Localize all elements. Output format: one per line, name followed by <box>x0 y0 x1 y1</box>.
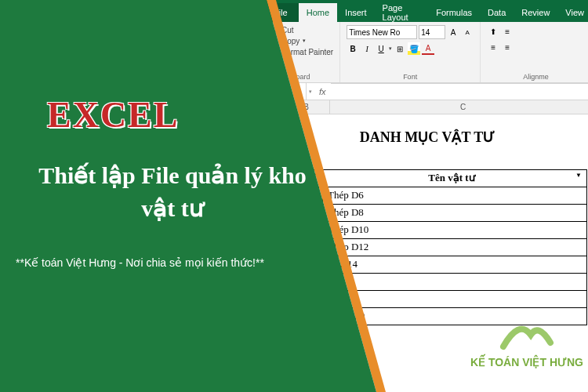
chevron-down-icon: ▾ <box>303 38 306 44</box>
align-top-button[interactable]: ⬆ <box>487 25 499 38</box>
border-button[interactable]: ⊞ <box>394 42 406 55</box>
logo-icon <box>495 315 558 354</box>
tab-review[interactable]: Review <box>514 3 557 22</box>
promo-subtitle: Thiết lập File quản lý kho vật tư <box>31 159 314 225</box>
formula-input[interactable] <box>331 83 588 100</box>
font-group-label: Font <box>347 73 474 81</box>
alignment-group-label: Alignme <box>487 73 585 81</box>
tab-formulas[interactable]: Formulas <box>428 3 480 22</box>
tab-data[interactable]: Data <box>480 3 514 22</box>
decrease-font-button[interactable]: A <box>461 26 474 38</box>
underline-button[interactable]: U <box>375 42 387 55</box>
formula-bar: ▾ fx <box>263 83 588 100</box>
font-color-button[interactable]: A <box>422 42 434 55</box>
chevron-down-icon[interactable]: ▾ <box>307 89 314 95</box>
col-header-c[interactable]: C <box>330 100 588 114</box>
font-size-select[interactable] <box>419 25 445 39</box>
tab-insert[interactable]: Insert <box>337 3 375 22</box>
chevron-down-icon: ▾ <box>389 45 392 52</box>
fill-color-button[interactable]: 🪣 <box>408 42 420 55</box>
ribbon: Cut Copy ▾ Format Painter board <box>263 22 588 83</box>
fx-icon[interactable]: fx <box>314 87 331 96</box>
tab-home[interactable]: Home <box>299 3 337 22</box>
ribbon-tabs: File Home Insert Page Layout Formulas Da… <box>263 3 588 22</box>
tab-page-layout[interactable]: Page Layout <box>375 3 429 22</box>
table-header-2[interactable]: Tên vật tư▼ <box>323 169 587 187</box>
sheet-headers: B C <box>263 100 588 114</box>
align-center-button[interactable]: ≡ <box>501 41 514 53</box>
align-left-button[interactable]: ≡ <box>487 41 499 53</box>
alignment-group: ⬆ ≡ ≡ ≡ Alignme <box>481 22 588 82</box>
align-middle-button[interactable]: ≡ <box>501 25 514 38</box>
bold-button[interactable]: B <box>347 42 359 55</box>
font-group: A A B I U ▾ ⊞ 🪣 A Font <box>340 22 481 82</box>
tab-view[interactable]: View <box>557 3 588 22</box>
watermark: KẾ TOÁN VIỆT HƯNG <box>470 315 583 368</box>
font-name-select[interactable] <box>347 25 417 39</box>
filter-arrow-icon[interactable]: ▼ <box>575 172 582 179</box>
increase-font-button[interactable]: A <box>447 26 459 38</box>
italic-button[interactable]: I <box>361 42 373 55</box>
